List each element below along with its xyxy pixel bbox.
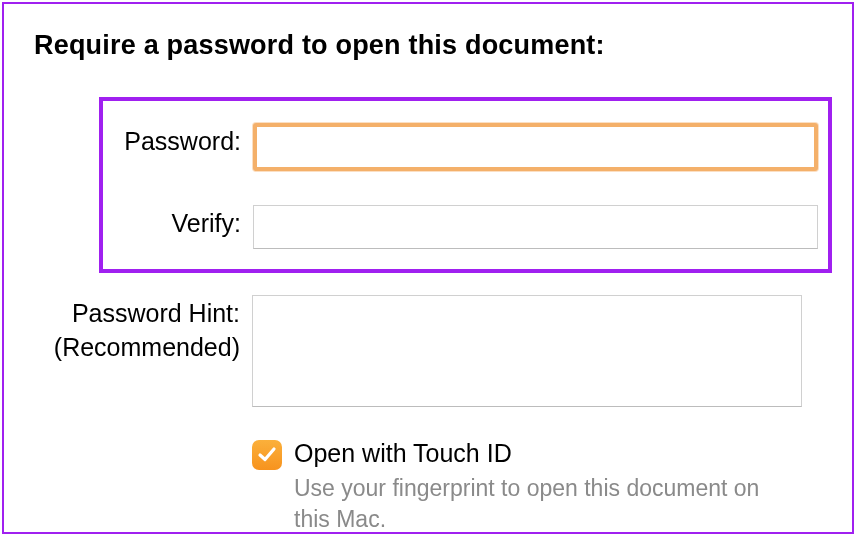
touch-id-checkbox[interactable] <box>252 440 282 470</box>
password-input[interactable] <box>253 123 818 171</box>
hint-textarea[interactable] <box>252 295 802 407</box>
password-fields-highlight: Password: Verify: <box>99 97 832 273</box>
touch-id-row: Open with Touch ID Use your fingerprint … <box>252 437 792 535</box>
verify-label: Verify: <box>113 205 253 238</box>
hint-label: Password Hint: (Recommended) <box>34 295 252 365</box>
verify-row: Verify: <box>113 205 818 249</box>
dialog-title: Require a password to open this document… <box>34 30 822 61</box>
touch-id-label: Open with Touch ID <box>294 437 792 471</box>
verify-input[interactable] <box>253 205 818 249</box>
password-label: Password: <box>113 123 253 156</box>
password-row: Password: <box>113 123 818 171</box>
checkmark-icon <box>256 444 278 466</box>
hint-row: Password Hint: (Recommended) <box>34 295 802 413</box>
touch-id-description: Use your fingerprint to open this docume… <box>294 473 792 535</box>
password-dialog-panel: Require a password to open this document… <box>2 2 854 534</box>
